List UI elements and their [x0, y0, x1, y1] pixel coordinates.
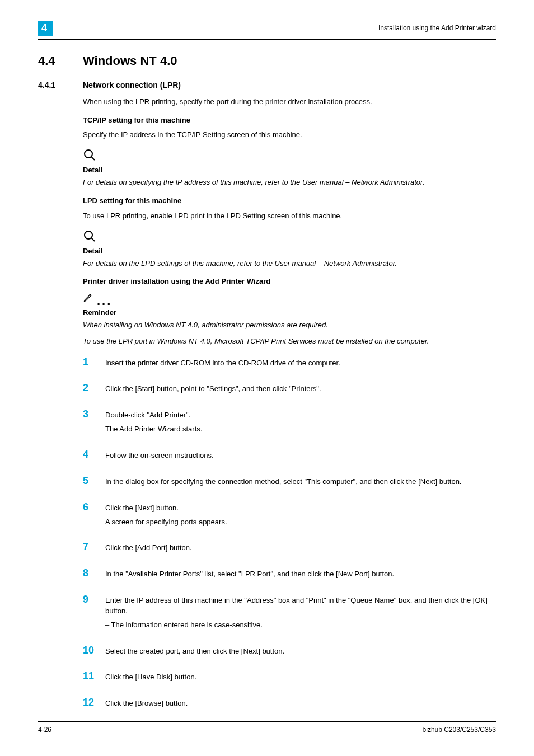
h2-number: 4.4.1	[38, 79, 83, 91]
section-heading-h2: 4.4.1Network connection (LPR)	[38, 79, 496, 91]
step-item: 3Double-click "Add Printer".The Add Prin…	[83, 407, 496, 438]
step-item: 6Click the [Next] button.A screen for sp…	[83, 500, 496, 531]
step-line: Click the [Start] button, point to "Sett…	[105, 384, 496, 395]
step-number: 9	[83, 592, 105, 607]
step-number: 3	[83, 407, 105, 421]
ellipsis-icon: ...	[97, 296, 112, 306]
step-number: 5	[83, 473, 105, 488]
reminder-text-1: When installing on Windows NT 4.0, admin…	[83, 320, 496, 331]
subheading-wizard: Printer driver installation using the Ad…	[83, 276, 496, 287]
h1-number: 4.4	[38, 52, 83, 70]
step-body: Insert the printer driver CD-ROM into th…	[105, 358, 496, 372]
magnifier-icon	[83, 148, 496, 164]
reminder-text-2: To use the LPR port in Windows NT 4.0, M…	[83, 336, 496, 347]
lpd-body: To use LPR printing, enable LPD print in…	[83, 211, 496, 222]
step-item: 9Enter the IP address of this machine in…	[83, 592, 496, 634]
step-body: Click the [Browse] button.	[105, 698, 496, 712]
step-item: 11Click the [Have Disk] button.	[83, 669, 496, 686]
step-line: Click the [Browse] button.	[105, 698, 496, 709]
chapter-number-badge: 4	[38, 21, 53, 36]
header-rule	[38, 39, 496, 40]
running-header-text: Installation using the Add Printer wizar…	[378, 24, 496, 33]
step-line: Follow the on-screen instructions.	[105, 450, 496, 461]
pencil-icon	[83, 292, 94, 306]
step-line: Click the [Add Port] button.	[105, 543, 496, 553]
lpd-detail-text: For details on the LPD settings of this …	[83, 259, 496, 269]
svg-point-2	[85, 231, 92, 239]
step-body: In the dialog box for specifying the con…	[105, 477, 496, 491]
step-line: Enter the IP address of this machine in …	[105, 595, 496, 617]
page-footer: 4-26 bizhub C203/C253/C353	[38, 721, 496, 735]
svg-line-1	[91, 157, 95, 160]
tcpip-body: Specify the IP address in the TCP/IP Set…	[83, 130, 496, 140]
step-number: 1	[83, 355, 105, 369]
reminder-label: Reminder	[83, 308, 496, 318]
step-number: 12	[83, 695, 105, 710]
step-item: 5In the dialog box for specifying the co…	[83, 473, 496, 491]
product-name: bizhub C203/C253/C353	[423, 725, 496, 735]
step-number: 10	[83, 643, 105, 658]
step-line: In the dialog box for specifying the con…	[105, 477, 496, 487]
step-body: Click the [Next] button.A screen for spe…	[105, 503, 496, 531]
step-line: Select the created port, and then click …	[105, 646, 496, 657]
step-body: Enter the IP address of this machine in …	[105, 595, 496, 634]
step-number: 2	[83, 381, 105, 395]
step-item: 7Click the [Add Port] button.	[83, 539, 496, 557]
h1-title: Windows NT 4.0	[83, 54, 177, 68]
step-number: 6	[83, 500, 105, 514]
step-line: A screen for specifying ports appears.	[105, 517, 496, 528]
step-line: Click the [Have Disk] button.	[105, 672, 496, 683]
step-item: 2Click the [Start] button, point to "Set…	[83, 381, 496, 398]
step-line: Double-click "Add Printer".	[105, 410, 496, 421]
magnifier-icon	[83, 229, 496, 245]
step-line: Insert the printer driver CD-ROM into th…	[105, 358, 496, 369]
step-subnote: – The information entered here is case-s…	[105, 620, 496, 631]
step-body: Double-click "Add Printer".The Add Print…	[105, 410, 496, 438]
step-item: 10Select the created port, and then clic…	[83, 643, 496, 660]
step-body: Click the [Add Port] button.	[105, 543, 496, 557]
step-number: 4	[83, 447, 105, 462]
page-number: 4-26	[38, 725, 51, 735]
subheading-lpd: LPD setting for this machine	[83, 196, 496, 206]
detail-label: Detail	[83, 246, 496, 257]
step-body: Follow the on-screen instructions.	[105, 450, 496, 464]
step-item: 8In the "Available Printer Ports" list, …	[83, 566, 496, 583]
steps-list: 1Insert the printer driver CD-ROM into t…	[83, 355, 496, 713]
step-body: Click the [Have Disk] button.	[105, 672, 496, 686]
step-item: 1Insert the printer driver CD-ROM into t…	[83, 355, 496, 372]
subheading-tcpip: TCP/IP setting for this machine	[83, 115, 496, 126]
section-heading-h1: 4.4Windows NT 4.0	[38, 52, 496, 70]
svg-point-0	[85, 150, 92, 158]
intro-paragraph: When using the LPR printing, specify the…	[83, 97, 496, 107]
detail-label: Detail	[83, 165, 496, 176]
step-number: 8	[83, 566, 105, 580]
step-body: In the "Available Printer Ports" list, s…	[105, 569, 496, 583]
step-body: Select the created port, and then click …	[105, 646, 496, 660]
step-body: Click the [Start] button, point to "Sett…	[105, 384, 496, 398]
footer-rule	[38, 721, 496, 722]
tcpip-detail-text: For details on specifying the IP address…	[83, 177, 496, 188]
step-number: 11	[83, 669, 105, 683]
step-number: 7	[83, 539, 105, 554]
step-item: 4Follow the on-screen instructions.	[83, 447, 496, 464]
svg-line-3	[91, 238, 95, 241]
step-line: In the "Available Printer Ports" list, s…	[105, 569, 496, 580]
step-line: Click the [Next] button.	[105, 503, 496, 514]
h2-title: Network connection (LPR)	[83, 81, 181, 90]
step-item: 12Click the [Browse] button.	[83, 695, 496, 712]
step-line: The Add Printer Wizard starts.	[105, 424, 496, 435]
